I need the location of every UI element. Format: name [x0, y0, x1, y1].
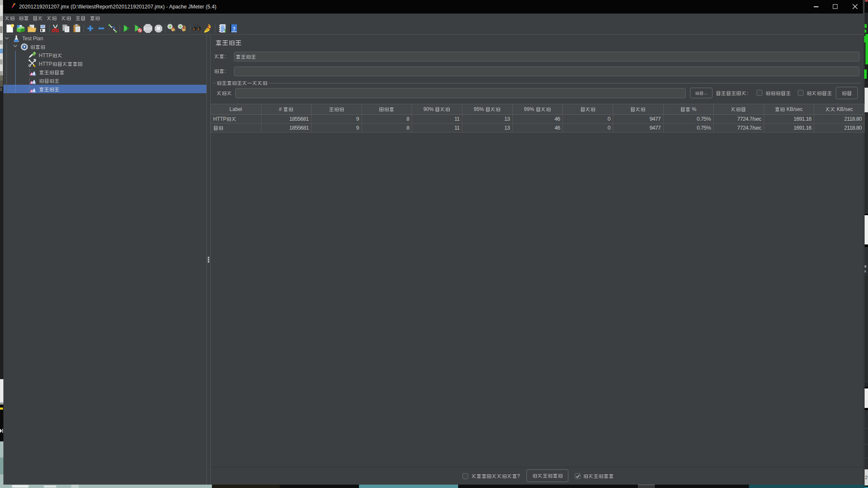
- svg-text:?: ?: [233, 25, 236, 32]
- svg-text:STOP: STOP: [144, 27, 152, 30]
